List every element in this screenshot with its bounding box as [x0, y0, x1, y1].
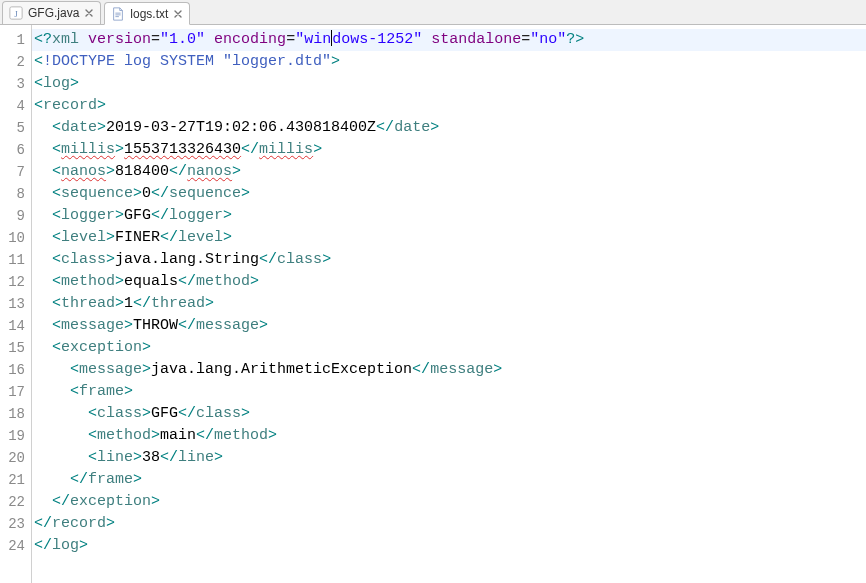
code-line[interactable]: <record>: [32, 95, 866, 117]
code-line[interactable]: <line>38</line>: [32, 447, 866, 469]
text-file-icon: [111, 7, 125, 21]
line-number: 11: [0, 249, 31, 271]
close-icon[interactable]: [173, 9, 183, 19]
line-number: 7: [0, 161, 31, 183]
code-line[interactable]: <thread>1</thread>: [32, 293, 866, 315]
line-number: 18: [0, 403, 31, 425]
code-line[interactable]: <!DOCTYPE log SYSTEM "logger.dtd">: [32, 51, 866, 73]
code-line[interactable]: <level>FINER</level>: [32, 227, 866, 249]
code-line[interactable]: <date>2019-03-27T19:02:06.430818400Z</da…: [32, 117, 866, 139]
code-line[interactable]: </log>: [32, 535, 866, 557]
line-number: 8: [0, 183, 31, 205]
line-number: 14: [0, 315, 31, 337]
line-number: 15: [0, 337, 31, 359]
line-number: 20: [0, 447, 31, 469]
line-number: 1: [0, 29, 31, 51]
line-number: 13: [0, 293, 31, 315]
line-number: 2: [0, 51, 31, 73]
code-line[interactable]: <method>main</method>: [32, 425, 866, 447]
code-line[interactable]: <?xml version="1.0" encoding="windows-12…: [32, 29, 866, 51]
code-line[interactable]: <frame>: [32, 381, 866, 403]
line-number: 10: [0, 227, 31, 249]
line-number: 21: [0, 469, 31, 491]
code-line[interactable]: <logger>GFG</logger>: [32, 205, 866, 227]
code-line[interactable]: <message>java.lang.ArithmeticException</…: [32, 359, 866, 381]
line-number: 5: [0, 117, 31, 139]
code-line[interactable]: <exception>: [32, 337, 866, 359]
code-line[interactable]: <class>GFG</class>: [32, 403, 866, 425]
svg-text:J: J: [14, 10, 17, 19]
line-number: 23: [0, 513, 31, 535]
line-number-gutter: 123456789101112131415161718192021222324: [0, 25, 32, 583]
line-number: 6: [0, 139, 31, 161]
tab-gfg-java[interactable]: J GFG.java: [2, 1, 101, 24]
line-number: 22: [0, 491, 31, 513]
code-line[interactable]: <millis>1553713326430</millis>: [32, 139, 866, 161]
code-line[interactable]: <sequence>0</sequence>: [32, 183, 866, 205]
editor-tabbar: J GFG.java logs.txt: [0, 0, 866, 25]
line-number: 9: [0, 205, 31, 227]
close-icon[interactable]: [84, 8, 94, 18]
line-number: 12: [0, 271, 31, 293]
code-area[interactable]: <?xml version="1.0" encoding="windows-12…: [32, 25, 866, 583]
line-number: 16: [0, 359, 31, 381]
text-caret: [331, 30, 332, 46]
code-line[interactable]: </frame>: [32, 469, 866, 491]
line-number: 19: [0, 425, 31, 447]
line-number: 17: [0, 381, 31, 403]
line-number: 24: [0, 535, 31, 557]
tab-label: GFG.java: [28, 6, 79, 20]
tab-logs-txt[interactable]: logs.txt: [104, 2, 190, 25]
code-line[interactable]: </record>: [32, 513, 866, 535]
code-line[interactable]: <message>THROW</message>: [32, 315, 866, 337]
line-number: 4: [0, 95, 31, 117]
code-line[interactable]: <method>equals</method>: [32, 271, 866, 293]
code-line[interactable]: </exception>: [32, 491, 866, 513]
java-file-icon: J: [9, 6, 23, 20]
line-number: 3: [0, 73, 31, 95]
text-editor[interactable]: 123456789101112131415161718192021222324 …: [0, 25, 866, 583]
code-line[interactable]: <nanos>818400</nanos>: [32, 161, 866, 183]
code-line[interactable]: <log>: [32, 73, 866, 95]
tab-label: logs.txt: [130, 7, 168, 21]
code-line[interactable]: <class>java.lang.String</class>: [32, 249, 866, 271]
